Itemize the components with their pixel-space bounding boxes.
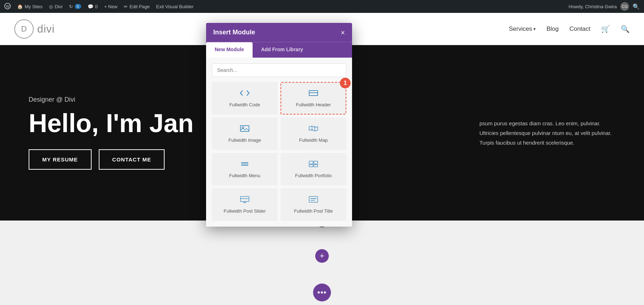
- slider-icon: [240, 195, 250, 205]
- module-label: Fullwidth Post Slider: [224, 208, 266, 214]
- nav-item-blog[interactable]: Blog: [546, 25, 558, 33]
- tab-add-from-library[interactable]: Add From Library: [253, 42, 312, 58]
- cart-icon[interactable]: 🛒: [601, 25, 610, 33]
- module-wrapper-fullwidth-image: Fullwidth Image: [212, 117, 278, 150]
- admin-divi[interactable]: ◎ Divi: [49, 4, 63, 9]
- below-hero-section: + + •••: [0, 221, 644, 305]
- updates-badge: 5: [75, 4, 81, 9]
- site-logo[interactable]: D divi: [14, 19, 55, 39]
- modal-close-button[interactable]: ×: [341, 29, 345, 36]
- logo-circle: D: [14, 19, 34, 39]
- svg-rect-9: [309, 161, 313, 164]
- admin-user: Howdy, Christina Gwira CG 🔍: [569, 2, 640, 11]
- code-icon: [240, 89, 250, 99]
- tab-new-module[interactable]: New Module: [206, 42, 253, 58]
- nav-item-contact[interactable]: Contact: [569, 25, 590, 33]
- module-fullwidth-map[interactable]: Fullwidth Map: [280, 117, 346, 150]
- module-label: Fullwidth Code: [229, 102, 260, 107]
- search-icon[interactable]: 🔍: [621, 25, 630, 33]
- admin-new[interactable]: + New: [104, 4, 117, 9]
- module-fullwidth-post-slider[interactable]: Fullwidth Post Slider: [212, 188, 278, 221]
- modal-tabs: New Module Add From Library: [206, 42, 352, 58]
- module-label: Fullwidth Post Title: [294, 208, 333, 214]
- map-icon: [308, 125, 318, 135]
- hero-title: Hello, I'm Jan: [29, 109, 186, 137]
- module-label: Fullwidth Header: [296, 102, 331, 107]
- module-label: Fullwidth Menu: [229, 173, 260, 178]
- admin-exit-vb[interactable]: Exit Visual Builder: [156, 4, 194, 9]
- admin-comments[interactable]: 💬 0: [88, 4, 98, 9]
- modal-header: Insert Module ×: [206, 23, 352, 42]
- admin-my-sites[interactable]: 🏠 My Sites: [17, 4, 43, 9]
- module-wrapper-fullwidth-menu: Fullwidth Menu: [212, 153, 278, 185]
- module-wrapper-fullwidth-header: Fullwidth Header 1: [280, 82, 346, 115]
- menu-icon: [240, 160, 250, 170]
- admin-wp-logo[interactable]: W: [4, 3, 11, 10]
- module-grid: Fullwidth Code Fullwidth Header 1: [212, 82, 346, 221]
- module-badge: 1: [340, 78, 351, 88]
- image-icon: [240, 125, 250, 135]
- header-icon: [308, 89, 318, 99]
- svg-rect-12: [314, 165, 318, 167]
- plus-icon-2: +: [320, 251, 325, 261]
- module-wrapper-fullwidth-post-slider: Fullwidth Post Slider: [212, 188, 278, 221]
- resume-button[interactable]: MY RESUME: [29, 149, 92, 170]
- module-label: Fullwidth Map: [299, 137, 328, 143]
- post-title-icon: [308, 195, 318, 205]
- logo-text: divi: [37, 23, 55, 35]
- divi-icon: ◎: [49, 4, 53, 9]
- module-wrapper-fullwidth-map: Fullwidth Map: [280, 117, 346, 150]
- svg-rect-10: [314, 161, 318, 164]
- comments-icon: 💬: [88, 4, 93, 9]
- contact-button[interactable]: CONTACT ME: [99, 149, 165, 170]
- module-wrapper-fullwidth-portfolio: Fullwidth Portfolio: [280, 153, 346, 185]
- svg-rect-11: [309, 165, 313, 167]
- modal-title: Insert Module: [213, 29, 255, 36]
- module-wrapper-fullwidth-post-title: Fullwidth Post Title: [280, 188, 346, 221]
- hero-buttons: MY RESUME CONTACT ME: [29, 149, 186, 170]
- admin-updates[interactable]: ↻ 5: [69, 4, 81, 9]
- svg-text:W: W: [6, 4, 10, 8]
- insert-module-modal: Insert Module × New Module Add From Libr…: [206, 23, 352, 227]
- add-section-dots-button[interactable]: •••: [313, 284, 331, 301]
- module-wrapper-fullwidth-code: Fullwidth Code: [212, 82, 278, 115]
- site-nav: Services ▾ Blog Contact 🛒 🔍: [509, 25, 630, 33]
- module-fullwidth-image[interactable]: Fullwidth Image: [212, 117, 278, 150]
- add-section-button-middle[interactable]: +: [315, 249, 329, 263]
- updates-icon: ↻: [69, 4, 73, 9]
- search-input[interactable]: [212, 63, 346, 77]
- module-fullwidth-header[interactable]: Fullwidth Header: [280, 82, 346, 115]
- hero-body-text: psum purus egestas diam cras. Leo enim, …: [479, 118, 615, 147]
- search-icon[interactable]: 🔍: [633, 3, 640, 10]
- edit-icon: ✏: [124, 4, 128, 9]
- svg-rect-18: [309, 197, 318, 202]
- svg-rect-4: [240, 126, 249, 131]
- admin-edit-page[interactable]: ✏ Edit Page: [124, 4, 150, 9]
- wp-icon: W: [4, 3, 11, 10]
- dots-icon: •••: [317, 288, 327, 297]
- module-label: Fullwidth Portfolio: [295, 173, 332, 178]
- portfolio-icon: [308, 160, 318, 170]
- module-label: Fullwidth Image: [228, 137, 261, 143]
- hero-content: Designer @ Divi Hello, I'm Jan MY RESUME…: [0, 74, 215, 191]
- hero-subtitle: Designer @ Divi: [29, 96, 186, 103]
- module-fullwidth-post-title[interactable]: Fullwidth Post Title: [280, 188, 346, 221]
- module-fullwidth-portfolio[interactable]: Fullwidth Portfolio: [280, 153, 346, 185]
- avatar: CG: [620, 2, 629, 11]
- sites-icon: 🏠: [17, 4, 23, 9]
- nav-item-services[interactable]: Services ▾: [509, 25, 536, 33]
- module-fullwidth-menu[interactable]: Fullwidth Menu: [212, 153, 278, 185]
- chevron-down-icon: ▾: [533, 26, 536, 32]
- svg-rect-13: [240, 197, 249, 202]
- admin-bar: W 🏠 My Sites ◎ Divi ↻ 5 💬 0 + New ✏ Edit…: [0, 0, 644, 13]
- module-fullwidth-code[interactable]: Fullwidth Code: [212, 82, 278, 115]
- modal-body: Fullwidth Code Fullwidth Header 1: [206, 58, 352, 227]
